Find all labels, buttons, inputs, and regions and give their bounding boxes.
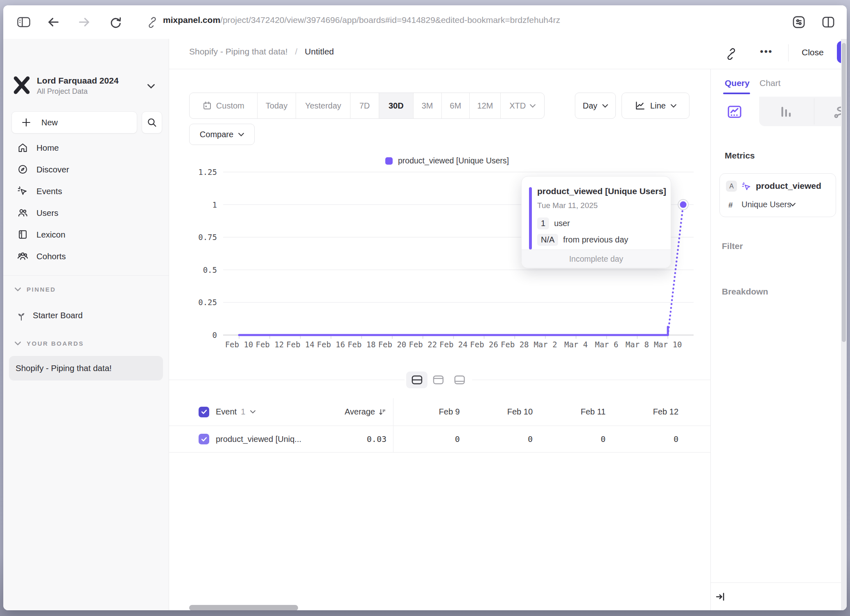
sidebar-item-users[interactable]: Users — [3, 202, 169, 224]
row-checkbox[interactable] — [199, 434, 209, 444]
table-column-divider — [393, 398, 393, 453]
breadcrumb-board-name[interactable]: Shopify - Piping that data! — [189, 47, 288, 57]
project-subtitle: All Project Data — [37, 87, 88, 96]
metric-agg-symbol: # — [728, 201, 733, 210]
svg-text:Mar 4: Mar 4 — [564, 340, 588, 349]
sidebar-item-cohorts[interactable]: Cohorts — [3, 245, 169, 267]
granularity-label: Day — [583, 101, 597, 111]
table-cell-value: 0 — [612, 434, 685, 444]
tab-chart[interactable]: Chart — [760, 78, 780, 88]
chevron-down-icon[interactable] — [790, 203, 796, 206]
collapse-panel-icon[interactable] — [714, 591, 726, 602]
close-button[interactable]: Close — [802, 48, 824, 57]
svg-text:Feb 18: Feb 18 — [348, 340, 376, 349]
select-all-checkbox[interactable] — [199, 407, 209, 417]
granularity-dropdown[interactable]: Day — [575, 93, 616, 119]
events-cursor-icon — [17, 186, 28, 197]
metric-aggregation[interactable]: Unique Users — [741, 200, 791, 209]
range-12m[interactable]: 12M — [470, 93, 501, 118]
tooltip-delta: N/A — [537, 234, 558, 246]
back-icon[interactable] — [44, 13, 62, 31]
table-date-header[interactable]: Feb 12 — [612, 407, 685, 417]
tab-query[interactable]: Query — [725, 78, 750, 88]
search-icon — [147, 118, 157, 127]
funnels-bars-tab-icon[interactable] — [778, 104, 794, 120]
tooltip-value-unit: user — [554, 219, 570, 228]
users-icon — [17, 207, 28, 218]
search-button[interactable] — [142, 111, 162, 134]
metric-card[interactable]: A product_viewed # Unique Users — [719, 173, 836, 217]
header-bottom-divider — [169, 69, 847, 69]
average-column-label[interactable]: Average — [345, 407, 375, 417]
copy-link-icon[interactable] — [725, 48, 737, 60]
tooltip-series-bar — [529, 187, 532, 249]
event-column-label[interactable]: Event — [216, 407, 237, 417]
range-xtd[interactable]: XTD — [501, 93, 544, 118]
svg-text:0.5: 0.5 — [203, 265, 217, 274]
sidebar-item-starter-board[interactable]: Starter Board — [16, 310, 83, 321]
sidebar-item-discover[interactable]: Discover — [3, 159, 169, 180]
url-path: /project/3472420/view/3974696/app/boards… — [220, 15, 560, 25]
table-date-header[interactable]: Feb 10 — [466, 407, 539, 417]
chevron-down-icon — [530, 104, 536, 108]
metric-event-name[interactable]: product_viewed — [756, 181, 821, 191]
chevron-down-icon — [671, 104, 676, 108]
more-options-icon[interactable]: ••• — [760, 46, 773, 57]
horizontal-scrollbar[interactable] — [189, 605, 298, 610]
range-label: XTD — [509, 101, 526, 111]
board-label: Starter Board — [33, 310, 83, 320]
svg-text:0.75: 0.75 — [198, 233, 217, 242]
vertical-scrollbar-thumb[interactable] — [842, 43, 846, 342]
range-6m[interactable]: 6M — [442, 93, 470, 118]
table-row: product_viewed [Uniq... 0.03 0 0 0 0 — [169, 426, 710, 453]
metric-letter-badge: A — [726, 181, 737, 192]
compare-button[interactable]: Compare — [189, 124, 255, 145]
tooltip-value-row: 1 user — [537, 217, 570, 229]
range-7d[interactable]: 7D — [350, 93, 379, 118]
browser-toolbar: mixpanel.com/project/3472420/view/397469… — [3, 5, 847, 39]
pinned-section-header[interactable]: PINNED — [15, 286, 56, 293]
range-custom[interactable]: Custom — [190, 93, 258, 118]
reload-icon[interactable] — [106, 13, 124, 31]
range-yesterday[interactable]: Yesterday — [296, 93, 350, 118]
cohorts-icon — [17, 251, 28, 262]
browser-window: mixpanel.com/project/3472420/view/397469… — [3, 5, 847, 610]
project-chevron-down-icon[interactable] — [147, 84, 155, 88]
view-chart-only-icon[interactable] — [427, 371, 449, 388]
insights-chart-tab-icon[interactable] — [726, 104, 743, 120]
forward-icon[interactable] — [75, 13, 93, 31]
sidebar-item-home[interactable]: Home — [3, 137, 169, 159]
chevron-down-icon — [250, 410, 255, 414]
page-settings-icon[interactable] — [790, 13, 808, 31]
range-3m[interactable]: 3M — [414, 93, 442, 118]
svg-text:Feb 26: Feb 26 — [470, 340, 498, 349]
view-chart-and-table-icon[interactable] — [406, 371, 427, 388]
table-date-header[interactable]: Feb 11 — [539, 407, 612, 417]
project-name[interactable]: Lord Farquaad 2024 — [37, 76, 119, 86]
query-panel-border — [710, 69, 711, 610]
sidebar-item-board-shopify[interactable]: Shopify - Piping that data! — [9, 356, 163, 380]
url-bar[interactable]: mixpanel.com/project/3472420/view/397469… — [163, 15, 560, 25]
row-event-name[interactable]: product_viewed [Uniq... — [216, 435, 301, 444]
new-button[interactable]: New — [11, 111, 137, 134]
view-table-only-icon[interactable] — [449, 371, 470, 388]
range-30d[interactable]: 30D — [379, 93, 414, 118]
range-label: Custom — [216, 101, 244, 111]
url-link-icon — [143, 13, 161, 31]
tooltip-footer: Incomplete day — [522, 249, 671, 268]
chart-type-dropdown[interactable]: Line — [622, 93, 689, 119]
svg-text:Mar 10: Mar 10 — [654, 340, 682, 349]
sidebar-item-events[interactable]: Events — [3, 180, 169, 202]
header-divider — [788, 44, 789, 61]
range-today[interactable]: Today — [258, 93, 296, 118]
tab-divider — [814, 98, 814, 125]
table-row-first-cell: product_viewed [Uniq... 0.03 — [169, 434, 393, 444]
data-point-marker[interactable] — [680, 202, 687, 208]
browser-sidebar-toggle-icon[interactable] — [15, 13, 33, 31]
sidebar-item-lexicon[interactable]: Lexicon — [3, 224, 169, 245]
page-title[interactable]: Untitled — [305, 47, 334, 57]
table-date-header[interactable]: Feb 9 — [393, 407, 466, 417]
your-boards-section-header[interactable]: YOUR BOARDS — [15, 340, 84, 347]
table-header-row: Event 1 Average Feb 9 Feb 10 Feb 11 Feb … — [169, 398, 710, 426]
split-view-icon[interactable] — [819, 13, 837, 31]
